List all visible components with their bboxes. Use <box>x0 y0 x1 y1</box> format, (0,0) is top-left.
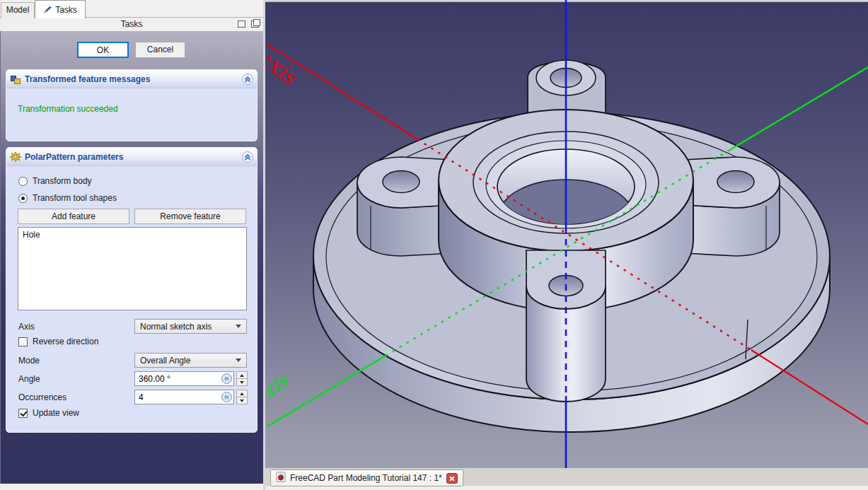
transform-messages-icon <box>10 74 21 85</box>
x-axis-label: axis <box>267 42 303 91</box>
mode-label: Mode <box>18 356 40 366</box>
close-icon[interactable] <box>446 473 458 484</box>
ok-button[interactable]: OK <box>77 42 129 58</box>
checkbox-box-checked <box>18 409 28 418</box>
expression-fx-icon[interactable]: fx <box>221 392 232 402</box>
dock-window-icon[interactable] <box>238 21 245 28</box>
add-feature-button[interactable]: Add feature <box>18 209 129 224</box>
checkbox-label: Reverse direction <box>33 337 98 346</box>
axis-label: Axis <box>18 322 35 332</box>
axis-value: Normal sketch axis <box>140 322 236 332</box>
axis-combobox[interactable]: Normal sketch axis <box>134 319 247 334</box>
spin-up-icon[interactable] <box>236 390 248 397</box>
panel-tab-bar: Model Tasks <box>0 0 263 18</box>
y-axis-label: xis <box>267 368 293 402</box>
occurrences-input[interactable] <box>135 390 219 404</box>
freecad-window: Model Tasks Tasks OK Cancel Transformed … <box>0 0 868 490</box>
cancel-button[interactable]: Cancel <box>135 42 185 58</box>
collapse-button[interactable] <box>242 74 253 85</box>
angle-spinner[interactable] <box>236 371 248 386</box>
section-title: Transformed feature messages <box>25 74 238 84</box>
pen-icon <box>43 5 52 14</box>
list-item[interactable]: Hole <box>23 230 242 240</box>
section-header[interactable]: PolarPattern parameters <box>6 148 257 166</box>
collapse-button[interactable] <box>242 151 253 163</box>
freecad-document-icon <box>276 472 286 484</box>
radio-label: Transform body <box>33 176 92 186</box>
section-polarpattern-parameters: PolarPattern parameters Transform body T… <box>6 147 257 433</box>
tasks-panel: OK Cancel Transformed feature messages T… <box>0 31 263 484</box>
mode-value: Overall Angle <box>140 356 236 366</box>
document-tab-bar: FreeCAD Part Modeling Tutorial 147 : 1* <box>265 468 868 490</box>
tab-tasks[interactable]: Tasks <box>35 0 86 18</box>
section-header[interactable]: Transformed feature messages <box>6 70 257 88</box>
remove-feature-button[interactable]: Remove feature <box>134 209 246 224</box>
angle-input-wrap: fx <box>134 371 234 386</box>
chevron-down-icon <box>236 358 241 362</box>
mode-combobox[interactable]: Overall Angle <box>134 353 247 368</box>
3d-viewport[interactable]: axis xis <box>265 0 868 468</box>
dock-title: Tasks <box>121 19 143 29</box>
tab-model[interactable]: Model <box>1 2 35 18</box>
3d-scene: axis xis <box>267 0 868 468</box>
radio-transform-tool-shapes[interactable]: Transform tool shapes <box>18 193 117 203</box>
section-title: PolarPattern parameters <box>25 152 238 162</box>
tab-model-label: Model <box>6 5 30 15</box>
angle-input[interactable] <box>135 372 219 385</box>
radio-label: Transform tool shapes <box>33 193 117 203</box>
angle-label: Angle <box>18 374 40 384</box>
occurrences-spinner[interactable] <box>236 390 248 404</box>
occurrences-input-wrap: fx <box>134 390 234 404</box>
radio-circle-selected <box>18 194 28 203</box>
feature-list[interactable]: Hole <box>18 227 247 310</box>
expression-fx-icon[interactable]: fx <box>221 373 232 384</box>
dock-title-bar: Tasks <box>0 18 263 31</box>
update-view-checkbox[interactable]: Update view <box>18 408 79 418</box>
spin-up-icon[interactable] <box>236 371 248 379</box>
reverse-direction-checkbox[interactable]: Reverse direction <box>18 337 98 346</box>
document-tab-label: FreeCAD Part Modeling Tutorial 147 : 1* <box>290 473 442 483</box>
section-transformed-feature-messages: Transformed feature messages Transformat… <box>6 69 257 141</box>
status-message: Transformation succeeded <box>18 104 118 114</box>
radio-transform-body[interactable]: Transform body <box>18 176 92 186</box>
document-tab[interactable]: FreeCAD Part Modeling Tutorial 147 : 1* <box>270 469 463 486</box>
occurrences-label: Occurrences <box>18 392 66 402</box>
spin-down-icon[interactable] <box>236 379 248 386</box>
chevron-down-icon <box>236 325 241 328</box>
spin-down-icon[interactable] <box>236 397 248 404</box>
checkbox-box <box>18 337 28 346</box>
checkbox-label: Update view <box>33 408 79 418</box>
float-window-icon[interactable] <box>251 21 259 28</box>
polarpattern-icon <box>10 151 21 163</box>
part-east-lug <box>684 157 780 256</box>
radio-circle <box>18 177 28 186</box>
tab-tasks-label: Tasks <box>55 1 77 18</box>
statusbar-left <box>0 484 263 490</box>
